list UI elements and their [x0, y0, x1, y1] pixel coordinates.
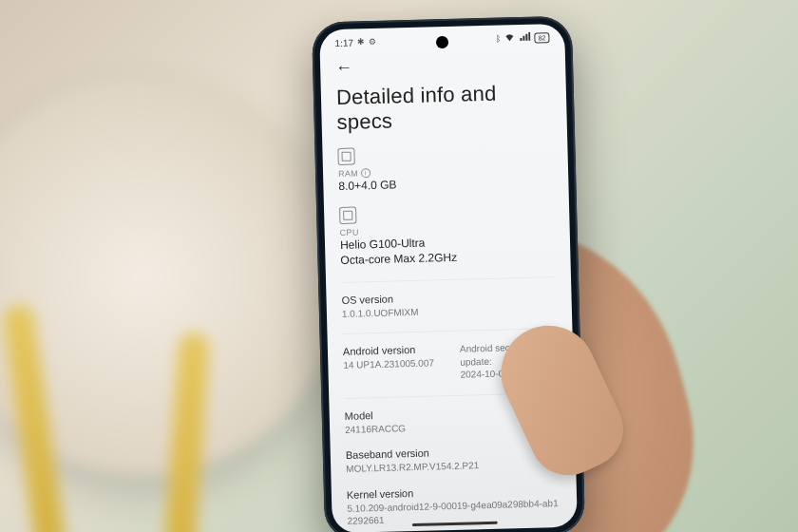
spec-baseband[interactable]: Baseband version MOLY.LR13.R2.MP.V154.2.… — [346, 444, 561, 475]
page-title: Detailed info and specs — [321, 78, 568, 149]
battery-icon: 82 — [534, 32, 549, 43]
notification-icon: ✱ — [357, 37, 365, 47]
android-label: Android version — [343, 343, 441, 357]
status-time: 1:17 — [334, 37, 353, 48]
spec-cpu[interactable]: CPU Helio G100-Ultra Octa-core Max 2.2GH… — [339, 201, 556, 268]
cpu-label: CPU — [340, 228, 359, 238]
android-value: 14 UP1A.231005.007 — [343, 356, 441, 371]
spec-os[interactable]: OS version 1.0.1.0.UOFMIXM — [341, 276, 557, 320]
bluetooth-icon: ᛒ — [495, 33, 500, 43]
settings-dot-icon: ⚙ — [369, 37, 376, 47]
spec-ram[interactable]: RAM i 8.0+4.0 GB — [337, 142, 553, 194]
info-icon[interactable]: i — [361, 168, 370, 178]
background-table — [0, 76, 342, 475]
wifi-icon — [504, 32, 515, 44]
ram-label: RAM — [338, 168, 358, 179]
spec-kernel[interactable]: Kernel version 5.10.209-android12-9-0001… — [347, 484, 562, 528]
cpu-chip-icon — [339, 207, 356, 224]
back-button[interactable]: ← — [335, 58, 353, 78]
signal-icon — [519, 32, 530, 44]
ram-chip-icon — [337, 148, 354, 165]
